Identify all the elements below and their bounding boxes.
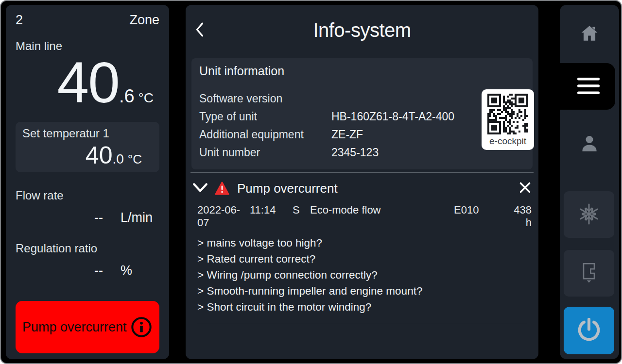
info-panel-header: Info-system [186, 5, 538, 55]
home-icon [579, 23, 600, 45]
user-icon [578, 132, 601, 156]
alarm-detail-section: Pump overcurrent 2022-06-07 11:14 S Eco-… [186, 173, 538, 323]
cooling-button[interactable] [564, 191, 614, 238]
regulation-ratio-value: -- [94, 263, 103, 278]
alarm-banner-label: Pump overcurrent [22, 320, 127, 335]
chevron-down-icon [192, 182, 208, 195]
zone-panel: 2 Zone Main line 40.6°C Set temperatur 1… [6, 5, 169, 359]
sidebar [560, 5, 619, 359]
check-item: > Rated current correct? [197, 251, 532, 267]
flow-rate-row: -- L/min [16, 210, 159, 225]
page-title: Info-system [313, 19, 411, 41]
set-temp-integer: 40 [86, 142, 113, 169]
back-button[interactable] [194, 19, 216, 41]
mold-icon [580, 262, 598, 285]
info-row-unit-number: Unit number 2345-123 [199, 144, 525, 162]
qr-code-icon [487, 128, 528, 136]
row-label: Additional equipment [199, 128, 331, 141]
main-temp-fraction: .6 [119, 86, 135, 106]
info-icon[interactable] [130, 316, 153, 338]
collapse-button[interactable] [192, 182, 210, 195]
set-temperature-label: Set temperatur 1 [22, 127, 153, 140]
mold-button[interactable] [564, 250, 614, 297]
alarm-status: S [293, 204, 310, 229]
menu-button[interactable] [549, 63, 615, 110]
warning-triangle-icon [215, 182, 229, 195]
zone-label: Zone [129, 13, 159, 28]
flow-rate-label: Flow rate [16, 189, 159, 202]
zone-number: 2 [16, 13, 23, 28]
menu-icon [571, 78, 593, 96]
alarm-meta-row: 2022-06-07 11:14 S Eco-mode flow E010 43… [192, 204, 532, 229]
alarm-title: Pump overcurrent [237, 181, 338, 196]
flow-rate-unit: L/min [121, 210, 159, 225]
e-cockpit-qr[interactable]: e-cockpit [482, 89, 534, 150]
alarm-banner[interactable]: Pump overcurrent [16, 301, 159, 353]
unit-information-card: Unit information Software version Type o… [191, 58, 533, 169]
main-temperature-display: 40.6°C [16, 54, 159, 111]
device-screen: 2 Zone Main line 40.6°C Set temperatur 1… [0, 0, 622, 364]
alarm-hours: 438 h [506, 204, 532, 229]
separator [197, 323, 527, 323]
info-system-panel: Info-system Unit information Software ve… [186, 5, 538, 359]
info-row-additional-equipment: Additional equipment ZE-ZF [199, 126, 525, 144]
home-button[interactable] [560, 5, 619, 63]
set-temp-fraction: .0 [112, 151, 123, 166]
set-temperature-value: 40.0°C [22, 143, 153, 167]
alarm-date: 2022-06-07 [197, 204, 250, 229]
check-item: > Short circuit in the motor winding? [197, 299, 532, 315]
alarm-header-row: Pump overcurrent [192, 178, 532, 199]
zone-header: 2 Zone [16, 13, 159, 28]
snowflake-icon [578, 203, 600, 227]
row-label: Unit number [199, 146, 331, 159]
set-temperature-card[interactable]: Set temperatur 1 40.0°C [16, 122, 159, 172]
set-temp-unit: °C [128, 152, 142, 166]
alarm-time: 11:14 [250, 204, 293, 229]
user-button[interactable] [560, 116, 619, 173]
chevron-left-icon [194, 21, 205, 39]
check-item: > Wiring /pump connection correctly? [197, 267, 532, 283]
alarm-checklist: > mains voltage too high? > Rated curren… [192, 235, 532, 315]
close-alarm-button[interactable] [518, 181, 532, 196]
row-label: Type of unit [199, 110, 331, 123]
flow-rate-value: -- [94, 210, 103, 225]
power-icon [575, 316, 603, 346]
info-row-type-of-unit: Type of unit HB-160Z61-8-4T-A2-400 [199, 108, 525, 126]
power-button[interactable] [564, 307, 614, 354]
check-item: > Smooth-running impeller and engine mou… [197, 283, 532, 299]
main-temp-integer: 40 [57, 50, 119, 115]
close-icon [518, 181, 532, 196]
alarm-mode: Eco-mode flow [310, 204, 454, 229]
row-label: Software version [199, 92, 331, 105]
alarm-code: E010 [454, 204, 506, 229]
main-temp-unit: °C [138, 90, 154, 105]
check-item: > mains voltage too high? [197, 235, 532, 251]
info-row-software-version: Software version [199, 90, 525, 108]
regulation-ratio-unit: % [121, 263, 159, 278]
regulation-ratio-row: -- % [16, 263, 159, 278]
qr-label: e-cockpit [487, 136, 528, 147]
regulation-ratio-label: Regulation ratio [16, 242, 159, 255]
unit-information-title: Unit information [199, 64, 525, 78]
